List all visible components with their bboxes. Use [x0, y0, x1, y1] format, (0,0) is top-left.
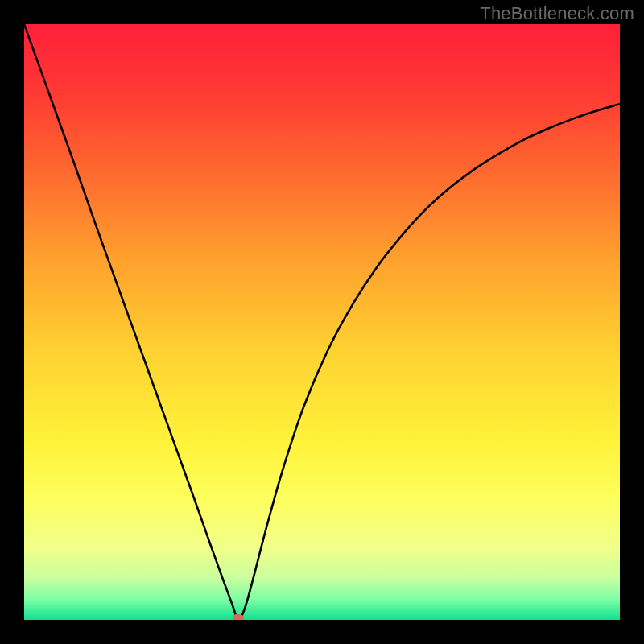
chart-frame: TheBottleneck.com — [0, 0, 644, 644]
bottleneck-curve — [24, 24, 620, 620]
plot-area — [24, 24, 620, 620]
curve-minimum-marker — [233, 614, 244, 620]
watermark-text: TheBottleneck.com — [480, 3, 634, 24]
